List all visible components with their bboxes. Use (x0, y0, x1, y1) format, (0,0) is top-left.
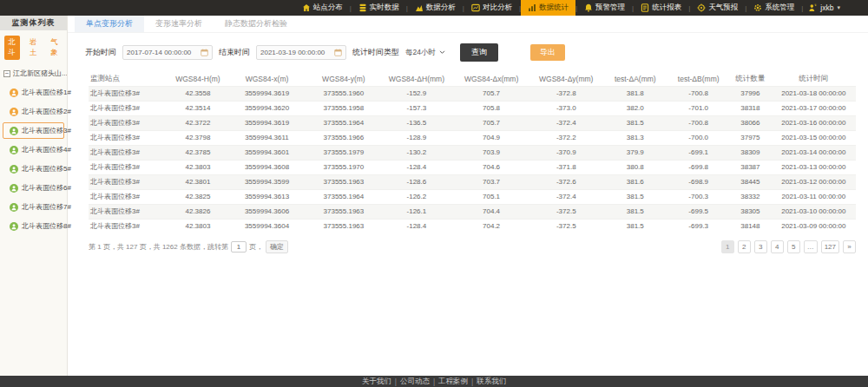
cell-test-a: 381.5 (602, 115, 667, 130)
cell-wgs84-x: 3559994.3606 (227, 204, 307, 219)
cell-delta-y: -372.2 (529, 130, 602, 145)
page-button[interactable]: 4 (771, 240, 784, 253)
nav-item-compare-analysis[interactable]: 对比分析 (464, 0, 519, 16)
area-chart-icon (415, 3, 424, 12)
cell-wgs84-y: 373555.1963 (307, 174, 380, 189)
home-icon (302, 3, 311, 12)
sidebar-item-station-6[interactable]: 北斗表面位移6# (3, 180, 64, 196)
cell-test-a: 381.5 (602, 219, 667, 233)
cell-delta-x: 704.4 (453, 204, 529, 219)
cell-delta-y: -372.4 (529, 115, 602, 130)
cell-test-b: -700.8 (667, 115, 729, 130)
footer-link-projects[interactable]: 工程案例 (438, 377, 468, 387)
page-jump-input[interactable] (231, 241, 247, 253)
confirm-jump-button[interactable]: 确定 (266, 240, 288, 253)
table-row: 北斗表面位移3# 42.3826 3559994.3606 373555.196… (89, 204, 856, 219)
interval-type-label: 统计时间类型 (352, 47, 399, 58)
footer-link-about[interactable]: 关于我们 (362, 377, 391, 387)
nav-item-data-statistics[interactable]: 数据统计 (521, 0, 575, 16)
tab-static-data-analysis[interactable]: 静态数据分析检验 (214, 16, 299, 32)
cell-time: 2021-03-12 00:00:00 (772, 174, 856, 189)
page-button[interactable]: 127 (821, 240, 839, 253)
station-icon (10, 222, 18, 231)
page-button[interactable]: » (843, 240, 856, 253)
user-icon (808, 3, 817, 12)
export-button[interactable]: 导出 (530, 44, 565, 61)
sidebar-item-station-2[interactable]: 北斗表面位移2# (3, 103, 64, 120)
cell-delta-x: 704.9 (453, 130, 529, 145)
sidebar-tab-weather[interactable]: 气象 (47, 36, 62, 60)
interval-type-select[interactable]: 每24小时 (405, 48, 445, 58)
sidebar-item-station-7[interactable]: 北斗表面位移7# (3, 199, 64, 215)
tab-deformation-rate[interactable]: 变形速率分析 (144, 16, 214, 32)
nav-item-site-distribution[interactable]: 站点分布 (295, 0, 350, 16)
column-header-delta-h: WGS84-ΔH(mm) (380, 72, 453, 86)
sidebar-tab-geotech[interactable]: 岩土 (26, 36, 42, 60)
cell-delta-y: -372.6 (529, 174, 602, 189)
page-button[interactable]: … (804, 240, 818, 253)
sidebar-item-station-8[interactable]: 北斗表面位移8# (3, 218, 64, 234)
chevron-down-icon: ▾ (837, 4, 840, 11)
nav-item-weather-forecast[interactable]: 天气预报 (690, 0, 745, 16)
footer-link-company-news[interactable]: 公司动态 (400, 377, 430, 387)
cell-count: 37975 (729, 130, 772, 145)
footer-link-contact[interactable]: 联系我们 (477, 377, 506, 387)
sidebar-item-station-5[interactable]: 北斗表面位移5# (3, 161, 64, 177)
cell-station: 北斗表面位移3# (89, 130, 169, 145)
cell-wgs84-h: 42.3803 (169, 219, 227, 233)
table-row: 北斗表面位移3# 42.3798 3559994.3611 373555.196… (89, 130, 856, 145)
cell-delta-h: -126.1 (380, 204, 453, 219)
cell-test-a: 381.5 (602, 204, 667, 219)
cell-delta-x: 705.8 (453, 101, 529, 115)
start-time-input[interactable]: 2017-07-14 00:00:00 (122, 45, 213, 60)
sidebar-item-station-4[interactable]: 北斗表面位移4# (3, 141, 64, 158)
sidebar-item-station-1[interactable]: 北斗表面位移1# (3, 84, 64, 101)
cell-wgs84-h: 42.3514 (169, 101, 227, 115)
column-header-delta-x: WGS84-Δx(mm) (453, 72, 529, 86)
sidebar-tab-beidou[interactable]: 北斗 (4, 36, 20, 60)
tree-root-node[interactable]: − 江北新区猪头山... (0, 64, 67, 82)
cell-delta-h: -152.9 (380, 86, 453, 101)
query-button[interactable]: 查询 (460, 43, 498, 62)
table-header-row: 监测站点 WGS84-H(m) WGS84-x(m) WGS84-y(m) WG… (89, 72, 856, 86)
end-time-input[interactable]: 2021-03-19 00:00:00 (256, 45, 346, 60)
page-button[interactable]: 5 (787, 240, 800, 253)
nav-item-system-management[interactable]: 系统管理 (746, 0, 801, 16)
pagination-bar: 第 1 页，共 127 页，共 1262 条数据，跳转第 页， 确定 12345… (89, 240, 856, 253)
nav-label: 对比分析 (483, 3, 512, 13)
cell-test-b: -699.3 (667, 219, 729, 233)
table-row: 北斗表面位移3# 42.3803 3559994.3608 373555.197… (89, 160, 856, 174)
column-header-wgs84-x: WGS84-x(m) (227, 72, 307, 86)
cell-test-a: 381.3 (602, 130, 667, 145)
cell-wgs84-y: 373555.1970 (307, 160, 380, 174)
end-time-value: 2021-03-19 00:00:00 (260, 49, 325, 56)
nav-item-data-analysis[interactable]: 数据分析 (408, 0, 463, 16)
user-menu[interactable]: jxkb ▾ (803, 0, 845, 16)
sidebar-tabs: 北斗 岩土 气象 (0, 30, 67, 64)
cell-test-b: -700.3 (667, 189, 729, 204)
station-label: 北斗表面位移4# (22, 145, 71, 154)
page-info-suffix: 页， (249, 242, 263, 252)
cell-wgs84-h: 42.3558 (169, 86, 227, 101)
cell-count: 38305 (729, 204, 772, 219)
cell-time: 2021-03-18 00:00:00 (772, 86, 856, 101)
cell-time: 2021-03-11 00:00:00 (772, 189, 856, 204)
alarm-icon (584, 3, 593, 12)
column-header-test-a: test-ΔA(mm) (602, 72, 667, 86)
cell-delta-h: -136.5 (380, 115, 453, 130)
footer-divider: | (433, 377, 435, 386)
page-button[interactable]: 2 (738, 240, 751, 253)
sidebar-item-station-3[interactable]: 北斗表面位移3# (3, 122, 64, 139)
nav-item-realtime-data[interactable]: 实时数据 (352, 0, 406, 16)
station-icon (10, 203, 18, 212)
page-button[interactable]: 3 (754, 240, 767, 253)
table-row: 北斗表面位移3# 42.3514 3559994.3620 373555.195… (89, 101, 856, 115)
page-button[interactable]: 1 (721, 240, 734, 253)
cell-station: 北斗表面位移3# (89, 160, 169, 174)
collapse-icon[interactable]: − (3, 70, 10, 77)
page-buttons: 12345…127» (721, 240, 856, 253)
nav-item-statistics-report[interactable]: 统计报表 (634, 0, 688, 16)
cell-station: 北斗表面位移3# (89, 101, 169, 115)
tab-single-point-deformation[interactable]: 单点变形分析 (75, 16, 144, 32)
nav-item-alert-management[interactable]: 预警管理 (577, 0, 632, 16)
